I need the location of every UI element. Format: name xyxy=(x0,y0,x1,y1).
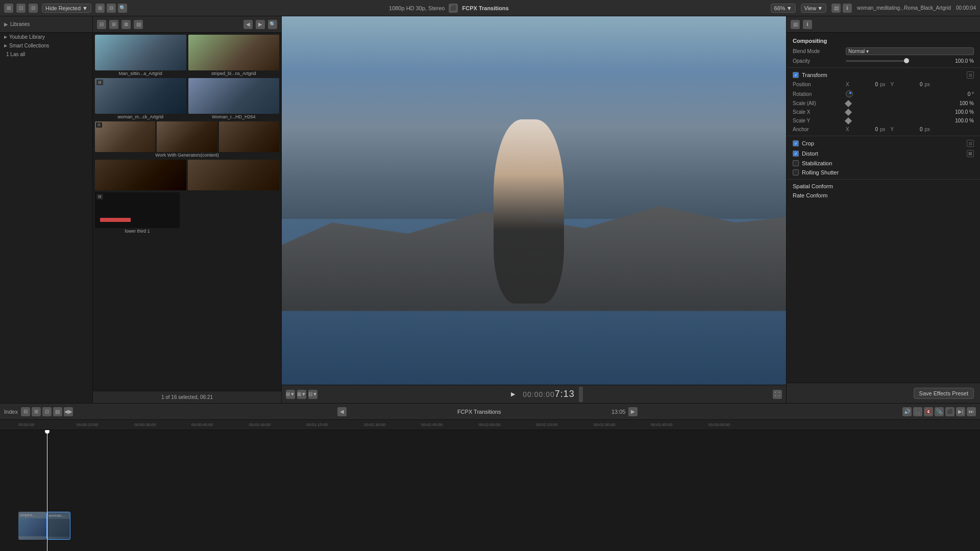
skip-icon[interactable]: ⏭ xyxy=(967,407,976,416)
timeline-icon-3[interactable]: ⊡ xyxy=(42,407,52,416)
inspector-toolbar: ▤ ℹ xyxy=(787,16,980,33)
app-icons: ⊞ ⊡ ⊟ xyxy=(4,4,38,13)
transform-expand[interactable]: ⊡ xyxy=(967,71,974,79)
timeline-area: Index ⊟ ⊞ ⊡ ▤ ◀▶ ◀ FCPX Transitions 13:0… xyxy=(0,403,980,551)
scale-x-label: Scale X xyxy=(793,109,844,115)
stabilization-checkbox[interactable] xyxy=(793,160,799,166)
divider-2 xyxy=(787,136,980,136)
list-item[interactable]: ⊟ lower third 1 xyxy=(95,192,180,234)
list-item[interactable]: striped_bl...ns_Artgrid xyxy=(188,35,280,76)
blend-mode-dropdown[interactable]: Normal ▾ xyxy=(846,47,974,55)
opacity-slider[interactable] xyxy=(846,60,909,62)
thumb-row-lower: ⊟ lower third 1 xyxy=(95,192,279,234)
timeline-icon-1[interactable]: ⊟ xyxy=(21,407,30,416)
sidebar-item-youtube[interactable]: ▶ Youtube Library xyxy=(0,33,92,41)
inspector-tab-video[interactable]: ▤ xyxy=(791,20,800,29)
rolling-shutter-row: Rolling Shutter xyxy=(787,168,980,177)
browser-nav-left[interactable]: ◀ xyxy=(243,20,253,29)
quality-ctrl[interactable]: ⊟▼ xyxy=(308,390,317,399)
blend-mode-row: Blend Mode Normal ▾ xyxy=(787,46,980,57)
timeline-nav-back[interactable]: ◀ xyxy=(337,407,347,416)
distort-checkbox[interactable]: ✓ xyxy=(793,151,799,157)
list-item[interactable]: ⊟ Work With Generators(content) xyxy=(95,121,279,158)
timeline-nav-fwd[interactable]: ▶ xyxy=(628,407,638,416)
search-icon[interactable]: 🔍 xyxy=(118,4,127,13)
sidebar-item-smart[interactable]: ▶ Smart Collections xyxy=(0,41,92,50)
zoom-ctrl[interactable]: ⊠▼ xyxy=(297,390,306,399)
crop-row: ✓ Crop ⊡ xyxy=(787,138,980,148)
thumb-label-man-sit: Man_sittin...a_Artgrid xyxy=(95,71,186,76)
browser-icon-2[interactable]: ⊞ xyxy=(109,20,118,29)
ruler-mark-0: 00:00:00 xyxy=(18,422,34,427)
timeline-icon-nav[interactable]: ◀▶ xyxy=(64,407,73,416)
list-item[interactable]: Man_sittin...a_Artgrid xyxy=(95,35,186,76)
aspect-dropdown[interactable]: ⊞▼ xyxy=(286,390,295,399)
audio-icon[interactable]: 🔊 xyxy=(902,407,912,416)
position-y-input[interactable] xyxy=(900,82,923,87)
ruler-mark-9: 00:02:15:00 xyxy=(536,422,557,427)
opacity-label: Opacity xyxy=(793,58,844,64)
timeline-icon-4[interactable]: ▤ xyxy=(53,407,62,416)
browser-panel: ⊟ ⊞ ⊠ ▤ ◀ ▶ 🔍 Man_sittin...a_Artgrid st xyxy=(93,16,282,403)
timeline-icon-2[interactable]: ⊞ xyxy=(32,407,41,416)
layout-icon-1[interactable]: ⊞ xyxy=(95,4,105,13)
app-icon-3[interactable]: ⊟ xyxy=(29,4,38,13)
browser-search[interactable]: 🔍 xyxy=(268,20,277,29)
ruler-mark-4: 00:01:00:00 xyxy=(249,422,271,427)
scale-x-icon xyxy=(845,108,852,115)
list-item[interactable]: Woman_r...HD_H264 xyxy=(188,78,280,119)
anchor-row: Anchor X px Y px xyxy=(787,125,980,134)
app-icon-1[interactable]: ⊞ xyxy=(4,4,13,13)
layout-icon-2[interactable]: ⊟ xyxy=(107,4,116,13)
save-effects-preset-button[interactable]: Save Effects Preset xyxy=(914,388,974,399)
stabilization-row: Stabilization xyxy=(787,159,980,168)
monitor-icon[interactable]: ⬛ xyxy=(449,4,458,13)
sidebar-item-all[interactable]: 1 Las all xyxy=(0,50,92,59)
distort-expand[interactable]: ⊠ xyxy=(967,150,974,157)
filter-dropdown[interactable]: Hide Rejected ▼ xyxy=(42,4,91,13)
timeline-clip-woman[interactable]: woman... xyxy=(46,512,70,540)
fullscreen-icon[interactable]: ⛶ xyxy=(773,390,782,399)
position-x-input[interactable] xyxy=(855,82,878,87)
thumbnail-man5 xyxy=(188,160,279,190)
inspector-panel: ▤ ℹ Compositing Blend Mode Normal ▾ Opac… xyxy=(786,16,980,403)
timeline-clip-striped[interactable]: striped... xyxy=(18,512,46,540)
view-button[interactable]: View ▼ xyxy=(801,4,827,13)
browser-icon-1[interactable]: ⊟ xyxy=(97,20,106,29)
info-icon[interactable]: ℹ xyxy=(843,4,852,13)
list-item[interactable] xyxy=(95,160,279,190)
rotation-control[interactable] xyxy=(846,90,853,97)
browser-icon-4[interactable]: ▤ xyxy=(134,20,143,29)
crop-expand[interactable]: ⊡ xyxy=(967,140,974,147)
mute-icon[interactable]: 🔇 xyxy=(924,407,933,416)
scale-x-row: Scale X 100.0 % xyxy=(787,108,980,116)
crop-checkbox[interactable]: ✓ xyxy=(793,140,799,146)
ruler-mark-6: 00:01:30:00 xyxy=(364,422,385,427)
browser-icon-3[interactable]: ⊠ xyxy=(121,20,131,29)
thumb-row-2: ⊟ woman_m...ck_Artgrid Woman_r...HD_H264 xyxy=(95,78,279,119)
playhead-head xyxy=(45,430,50,434)
anchor-y-input[interactable] xyxy=(900,127,923,132)
play-end-icon[interactable]: ▶| xyxy=(956,407,965,416)
preview-viewer xyxy=(282,16,786,385)
rolling-shutter-checkbox[interactable] xyxy=(793,169,799,176)
transform-checkbox[interactable]: ✓ xyxy=(793,72,799,78)
export-icon[interactable]: ⬛ xyxy=(945,407,954,416)
ruler-mark-10: 00:02:30:00 xyxy=(594,422,615,427)
timeline-playhead[interactable] xyxy=(47,430,47,551)
timeline-duration: 13:05 xyxy=(611,409,626,415)
clip-icon[interactable]: 📎 xyxy=(935,407,944,416)
timecode-display: 00:00:007:13 xyxy=(523,389,575,399)
app-icon-2[interactable]: ⊡ xyxy=(16,4,26,13)
play-button[interactable]: ▶ xyxy=(507,389,519,400)
anchor-x-input[interactable] xyxy=(855,127,878,132)
inspector-toggle[interactable]: ▤ xyxy=(831,4,841,13)
rate-conform-row: Rate Conform xyxy=(787,191,980,200)
headphone-icon[interactable]: 🎧 xyxy=(913,407,922,416)
clip-label-woman: woman... xyxy=(47,512,70,519)
browser-nav-right[interactable]: ▶ xyxy=(256,20,265,29)
list-item[interactable]: ⊟ woman_m...ck_Artgrid xyxy=(95,78,186,119)
inspector-tab-info[interactable]: ℹ xyxy=(803,20,812,29)
thumb-row-generators: ⊟ Work With Generators(content) xyxy=(95,121,279,158)
zoom-dropdown[interactable]: 66% ▼ xyxy=(771,4,796,13)
